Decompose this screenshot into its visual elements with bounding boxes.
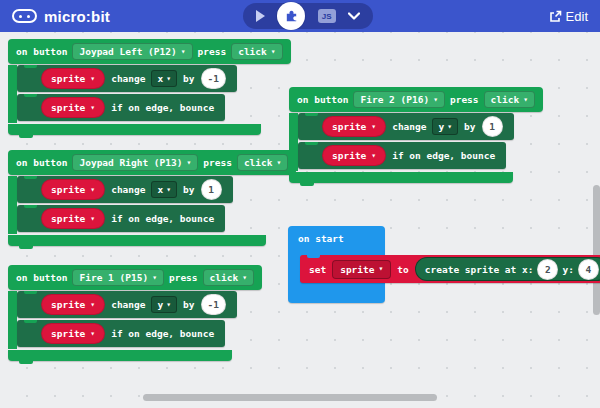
block-sprite-change[interactable]: sprite▾ change x▾ by -1 <box>17 65 237 92</box>
number-input[interactable]: 1 <box>482 116 503 137</box>
axis-value: x <box>157 184 163 195</box>
sprite-variable-pill[interactable]: sprite▾ <box>41 179 105 200</box>
brand-text: micro:bit <box>44 8 110 25</box>
block-on-button-fire-1[interactable]: on button Fire 1 (P15)▾ press click▾ spr… <box>8 265 262 361</box>
sprite-label: sprite <box>51 102 85 113</box>
create-sprite-label: create sprite at x: <box>425 264 534 275</box>
to-label: to <box>397 264 408 275</box>
dropdown-arrow-icon: ▾ <box>90 186 95 194</box>
on-button-header[interactable]: on button Fire 1 (P15)▾ press click▾ <box>8 265 262 290</box>
horizontal-scrollbar[interactable] <box>143 394 437 401</box>
simulator-toolbar: JS <box>243 3 373 29</box>
y-label: y: <box>562 264 573 275</box>
block-create-sprite[interactable]: create sprite at x: 2 y: 4 <box>415 257 600 281</box>
sprite-variable-pill[interactable]: sprite▾ <box>41 68 105 89</box>
edit-link[interactable]: Edit <box>549 9 588 24</box>
block-sprite-bounce[interactable]: sprite▾ if on edge, bounce <box>17 94 225 121</box>
dropdown-arrow-icon: ▾ <box>447 123 452 131</box>
pin-dropdown[interactable]: Joypad Left (P12)▾ <box>72 43 192 60</box>
change-label: change <box>111 73 145 84</box>
sprite-label: sprite <box>51 328 85 339</box>
on-start-label: on start <box>298 233 344 244</box>
blocks-view-button[interactable] <box>277 2 305 30</box>
dropdown-arrow-icon: ▾ <box>523 96 528 104</box>
on-button-label: on button <box>16 46 67 57</box>
vertical-scrollbar[interactable] <box>593 185 600 315</box>
block-on-button-joypad-right[interactable]: on button Joypad Right (P13)▾ press clic… <box>8 150 296 246</box>
microbit-face-icon <box>12 9 37 23</box>
block-sprite-change[interactable]: sprite▾ change y▾ by -1 <box>17 291 237 318</box>
number-input[interactable]: -1 <box>201 68 226 89</box>
c-block-foot <box>289 172 513 183</box>
sprite-variable-pill[interactable]: sprite▾ <box>41 323 105 344</box>
on-button-label: on button <box>16 157 67 168</box>
pin-dropdown[interactable]: Fire 2 (P16)▾ <box>353 91 444 108</box>
block-sprite-change[interactable]: sprite▾ change x▾ by 1 <box>17 176 233 203</box>
dropdown-arrow-icon: ▾ <box>90 215 95 223</box>
dropdown-arrow-icon: ▾ <box>166 301 171 309</box>
axis-dropdown[interactable]: y▾ <box>432 118 458 135</box>
mode-dropdown[interactable]: click▾ <box>203 269 254 286</box>
on-button-header[interactable]: on button Joypad Left (P12)▾ press click… <box>8 39 291 64</box>
axis-dropdown[interactable]: x▾ <box>151 181 177 198</box>
sprite-variable-pill[interactable]: sprite▾ <box>322 145 386 166</box>
pin-value: Joypad Left (P12) <box>79 46 176 57</box>
number-input[interactable]: -1 <box>201 294 226 315</box>
by-label: by <box>183 184 194 195</box>
pin-dropdown[interactable]: Fire 1 (P15)▾ <box>72 269 163 286</box>
mode-dropdown[interactable]: click▾ <box>231 43 282 60</box>
block-sprite-bounce[interactable]: sprite▾ if on edge, bounce <box>298 142 506 169</box>
pin-value: Fire 1 (P15) <box>79 272 148 283</box>
dropdown-arrow-icon: ▾ <box>90 330 95 338</box>
sprite-label: sprite <box>51 184 85 195</box>
on-button-header[interactable]: on button Fire 2 (P16)▾ press click▾ <box>289 87 543 112</box>
block-sprite-bounce[interactable]: sprite▾ if on edge, bounce <box>17 320 225 347</box>
x-value: 2 <box>545 264 551 275</box>
block-sprite-bounce[interactable]: sprite▾ if on edge, bounce <box>17 205 225 232</box>
change-label: change <box>111 299 145 310</box>
mode-dropdown[interactable]: click▾ <box>237 154 288 171</box>
pin-value: Fire 2 (P16) <box>360 94 429 105</box>
block-workspace[interactable]: on button Joypad Left (P12)▾ press click… <box>0 32 600 408</box>
variable-dropdown[interactable]: sprite▾ <box>332 260 391 279</box>
bounce-label: if on edge, bounce <box>111 102 214 113</box>
x-number-input[interactable]: 2 <box>537 259 558 280</box>
axis-dropdown[interactable]: x▾ <box>151 70 177 87</box>
block-on-button-joypad-left[interactable]: on button Joypad Left (P12)▾ press click… <box>8 39 291 135</box>
number-value: 1 <box>208 184 214 195</box>
sprite-label: sprite <box>340 264 374 275</box>
block-on-button-fire-2[interactable]: on button Fire 2 (P16)▾ press click▾ spr… <box>289 87 543 183</box>
number-input[interactable]: 1 <box>201 179 222 200</box>
block-set-sprite[interactable]: set sprite▾ to create sprite at x: 2 y: … <box>300 255 600 283</box>
sprite-variable-pill[interactable]: sprite▾ <box>41 294 105 315</box>
puzzle-icon <box>284 8 299 23</box>
external-link-icon <box>549 10 562 23</box>
c-block-arm <box>289 113 298 171</box>
axis-value: y <box>438 121 444 132</box>
sprite-label: sprite <box>332 121 366 132</box>
on-button-label: on button <box>16 272 67 283</box>
dropdown-arrow-icon: ▾ <box>276 159 281 167</box>
pin-dropdown[interactable]: Joypad Right (P13)▾ <box>72 154 198 171</box>
sprite-variable-pill[interactable]: sprite▾ <box>41 97 105 118</box>
dropdown-arrow-icon: ▾ <box>186 159 191 167</box>
sprite-label: sprite <box>51 299 85 310</box>
microbit-logo[interactable]: micro:bit <box>12 8 110 25</box>
sprite-variable-pill[interactable]: sprite▾ <box>322 116 386 137</box>
chevron-down-icon[interactable] <box>348 12 360 20</box>
dropdown-arrow-icon: ▾ <box>371 123 376 131</box>
mode-value: click <box>210 272 239 283</box>
number-value: -1 <box>208 73 219 84</box>
on-button-header[interactable]: on button Joypad Right (P13)▾ press clic… <box>8 150 296 175</box>
y-number-input[interactable]: 4 <box>578 259 599 280</box>
block-sprite-change[interactable]: sprite▾ change y▾ by 1 <box>298 113 514 140</box>
number-value: 1 <box>489 121 495 132</box>
dropdown-arrow-icon: ▾ <box>271 48 276 56</box>
javascript-view-button[interactable]: JS <box>318 9 336 23</box>
mode-dropdown[interactable]: click▾ <box>484 91 535 108</box>
sprite-variable-pill[interactable]: sprite▾ <box>41 208 105 229</box>
play-icon[interactable] <box>256 10 265 22</box>
press-label: press <box>450 94 479 105</box>
dropdown-arrow-icon: ▾ <box>90 75 95 83</box>
axis-dropdown[interactable]: y▾ <box>151 296 177 313</box>
